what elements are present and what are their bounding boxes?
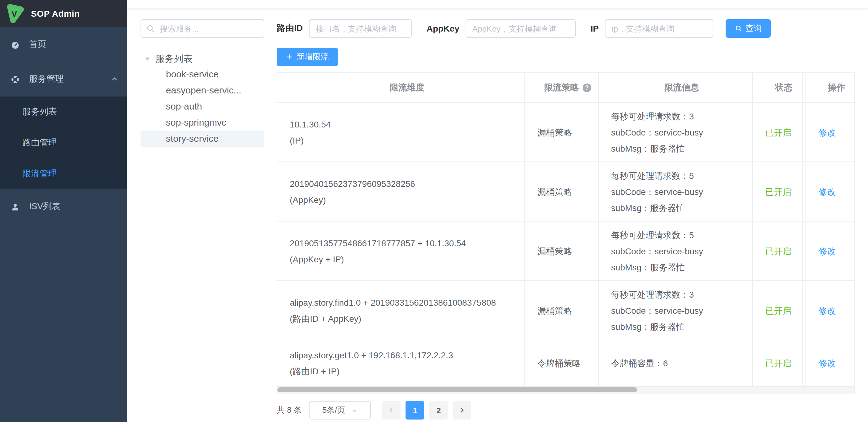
- submenu-item-label: 服务列表: [22, 106, 57, 118]
- cell-dimension: 20190401562373796095328256(AppKey): [277, 162, 525, 221]
- col-header-dimension: 限流维度: [277, 73, 525, 102]
- query-button-label: 查询: [745, 23, 762, 34]
- fixed-column-gap: [803, 103, 806, 162]
- sidebar-item-service-list[interactable]: 服务列表: [0, 97, 127, 127]
- fixed-column-gap: [803, 222, 806, 280]
- page-button-1[interactable]: 1: [406, 401, 425, 420]
- service-search-input[interactable]: [141, 19, 265, 38]
- cell-dimension: 20190513577548661718777857 + 10.1.30.54(…: [277, 222, 525, 280]
- component-icon: [10, 74, 20, 84]
- tree-item-sop-springmvc[interactable]: sop-springmvc: [141, 115, 265, 131]
- edit-link[interactable]: 修改: [806, 103, 855, 162]
- app-title: SOP Admin: [31, 9, 80, 19]
- cell-info: 每秒可处理请求数：5subCode：service-busysubMsg：服务器…: [599, 162, 753, 221]
- caret-down-icon: [145, 57, 150, 60]
- sidebar-item-label: ISV列表: [29, 201, 60, 212]
- search-icon: [146, 24, 155, 33]
- service-tree-panel: 服务列表 book-service easyopen-servic... sop…: [141, 19, 265, 420]
- fixed-column-gap: [803, 73, 806, 102]
- page-button-2[interactable]: 2: [429, 401, 448, 420]
- add-limit-button-label: 新增限流: [297, 51, 329, 63]
- cell-strategy: 漏桶策略: [525, 281, 599, 340]
- cell-dimension: alipay.story.get1.0 + 192.168.1.1,172.2.…: [277, 340, 525, 386]
- tree-item-book-service[interactable]: book-service: [141, 66, 265, 82]
- prev-page-button[interactable]: [382, 401, 401, 420]
- service-tree: 服务列表 book-service easyopen-servic... sop…: [141, 51, 265, 147]
- tree-root-label: 服务列表: [155, 53, 192, 65]
- route-id-input[interactable]: [309, 19, 412, 38]
- fixed-column-gap: [803, 340, 806, 386]
- logo-letter: V: [11, 9, 17, 19]
- limit-mgmt-page: 服务列表 book-service easyopen-servic... sop…: [127, 8, 868, 420]
- sidebar-item-label: 服务管理: [29, 74, 64, 85]
- status-badge: 已开启: [753, 162, 803, 221]
- main-content: 服务列表 book-service easyopen-servic... sop…: [127, 0, 868, 422]
- page-size-select[interactable]: 5条/页: [309, 401, 371, 420]
- chevron-right-icon: [459, 407, 466, 414]
- tree-item-sop-auth[interactable]: sop-auth: [141, 98, 265, 115]
- edit-link[interactable]: 修改: [806, 162, 855, 221]
- sidebar-item-isv-list[interactable]: ISV列表: [0, 189, 127, 224]
- page-size-value: 5条/页: [322, 405, 345, 416]
- edit-link[interactable]: 修改: [806, 340, 855, 386]
- appkey-input[interactable]: [466, 19, 576, 38]
- table-row: 20190513577548661718777857 + 10.1.30.54(…: [277, 222, 855, 281]
- ip-label: IP: [591, 24, 599, 33]
- query-button[interactable]: 查询: [725, 19, 771, 38]
- table-row: 10.1.30.54(IP) 漏桶策略 每秒可处理请求数：3subCode：se…: [277, 103, 855, 162]
- status-badge: 已开启: [753, 222, 803, 280]
- sidebar-item-limit-mgmt[interactable]: 限流管理: [0, 158, 127, 189]
- horizontal-scrollbar-thumb[interactable]: [277, 387, 637, 392]
- help-question-icon[interactable]: ?: [583, 83, 591, 92]
- cell-strategy: 令牌桶策略: [525, 340, 599, 386]
- sidebar-item-service-mgmt[interactable]: 服务管理: [0, 62, 127, 97]
- app-root: V SOP Admin 首页 服务管理: [0, 0, 868, 422]
- fixed-column-gap: [803, 162, 806, 221]
- dashboard-icon: [10, 40, 20, 49]
- sidebar-item-home[interactable]: 首页: [0, 27, 127, 62]
- service-search: [141, 19, 265, 38]
- route-id-label: 路由ID: [277, 23, 303, 34]
- cell-strategy: 漏桶策略: [525, 103, 599, 162]
- filter-bar: 路由ID AppKey IP 查询: [277, 19, 855, 38]
- top-navbar: [127, 0, 868, 8]
- cell-dimension: 10.1.30.54(IP): [277, 103, 525, 162]
- col-header-status: 状态: [753, 73, 803, 102]
- chevron-left-icon: [388, 407, 395, 414]
- ip-input[interactable]: [605, 19, 713, 38]
- edit-link[interactable]: 修改: [806, 281, 855, 340]
- tree-root-services[interactable]: 服务列表: [141, 51, 265, 66]
- sidebar-item-label: 首页: [29, 39, 46, 50]
- pagination-total: 共 8 条: [277, 405, 302, 416]
- appkey-label: AppKey: [427, 24, 459, 33]
- cell-info: 每秒可处理请求数：3subCode：service-busysubMsg：服务器…: [599, 281, 753, 340]
- cell-strategy: 漏桶策略: [525, 222, 599, 280]
- sidebar-nav: 首页 服务管理 服务列表 路由管理 限流管理: [0, 27, 127, 224]
- service-mgmt-submenu: 服务列表 路由管理 限流管理: [0, 97, 127, 189]
- table-header: 限流维度 限流策略 ? 限流信息 状态 操作: [277, 73, 855, 103]
- table-row: alipay.story.find1.0 + 20190331562013861…: [277, 281, 855, 340]
- next-page-button[interactable]: [453, 401, 471, 420]
- cell-dimension: alipay.story.find1.0 + 20190331562013861…: [277, 281, 525, 340]
- sidebar-item-route-mgmt[interactable]: 路由管理: [0, 127, 127, 158]
- limit-main-panel: 路由ID AppKey IP 查询: [277, 19, 855, 420]
- submenu-item-label: 路由管理: [22, 137, 57, 149]
- col-header-info: 限流信息: [599, 73, 753, 102]
- sidebar: V SOP Admin 首页 服务管理: [0, 0, 127, 422]
- cell-info: 每秒可处理请求数：5subCode：service-busysubMsg：服务器…: [599, 222, 753, 280]
- pagination: 共 8 条 5条/页 1 2: [277, 401, 855, 420]
- tree-item-easyopen-service[interactable]: easyopen-servic...: [141, 82, 265, 98]
- tree-item-story-service[interactable]: story-service: [141, 131, 265, 147]
- logo-bar: V SOP Admin: [0, 0, 127, 27]
- chevron-up-icon: [111, 75, 118, 82]
- edit-link[interactable]: 修改: [806, 222, 855, 280]
- add-limit-button[interactable]: 新增限流: [277, 47, 338, 66]
- status-badge: 已开启: [753, 103, 803, 162]
- table-row: 20190401562373796095328256(AppKey) 漏桶策略 …: [277, 162, 855, 222]
- status-badge: 已开启: [753, 281, 803, 340]
- user-icon: [10, 202, 20, 211]
- cell-info: 每秒可处理请求数：3subCode：service-busysubMsg：服务器…: [599, 103, 753, 162]
- col-header-action: 操作: [806, 73, 855, 102]
- cell-info: 令牌桶容量：6: [599, 340, 753, 386]
- status-badge: 已开启: [753, 340, 803, 386]
